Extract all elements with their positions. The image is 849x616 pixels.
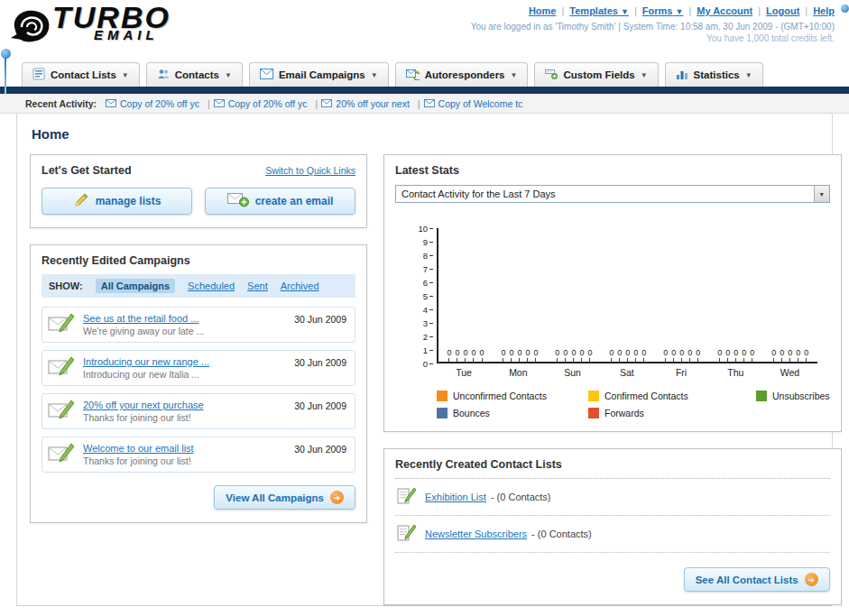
contacts-icon bbox=[157, 68, 170, 82]
tab-contact-lists[interactable]: Contact Lists ▼ bbox=[22, 62, 140, 87]
chart-value: 0 bbox=[688, 348, 692, 362]
link-forms[interactable]: Forms ▼ bbox=[629, 5, 683, 16]
chart-value-labels: 00000000000000000000000000000000000 bbox=[438, 348, 817, 362]
campaign-row[interactable]: See us at the retail food ... We're givi… bbox=[42, 307, 355, 343]
chart-value: 0 bbox=[796, 348, 800, 362]
list-edit-icon bbox=[397, 523, 417, 545]
recent-activity-item[interactable]: Copy of 20% off yc bbox=[106, 98, 210, 109]
campaign-row[interactable]: 20% off your next purchase Thanks for jo… bbox=[42, 393, 355, 429]
envelope-plus-icon bbox=[227, 192, 249, 210]
link-templates[interactable]: Templates ▼ bbox=[556, 5, 628, 16]
main-nav: Contact Lists ▼ Contacts ▼ Email Campaig… bbox=[0, 60, 849, 87]
legend-label: Confirmed Contacts bbox=[604, 391, 688, 401]
chart-value: 0 bbox=[509, 348, 513, 362]
chart-value-group: 00000 bbox=[493, 348, 547, 362]
envelope-icon bbox=[106, 98, 116, 109]
legend-swatch-icon bbox=[437, 408, 448, 418]
campaign-edit-icon bbox=[48, 313, 75, 336]
create-email-button[interactable]: create an email bbox=[205, 188, 355, 215]
get-started-title: Let's Get Started bbox=[42, 164, 132, 177]
campaign-row[interactable]: Introducing our new range ... Introducin… bbox=[42, 350, 355, 386]
campaign-date: 30 Jun 2009 bbox=[294, 400, 346, 411]
tab-email-campaigns[interactable]: Email Campaigns ▼ bbox=[249, 62, 389, 87]
link-help[interactable]: Help bbox=[799, 5, 835, 16]
recently-created-contact-lists-panel: Recently Created Contact Lists Exhibitio… bbox=[383, 448, 842, 605]
y-tick-label: 7 bbox=[423, 264, 433, 274]
filter-all-campaigns[interactable]: All Campaigns bbox=[96, 279, 175, 293]
contact-list-link[interactable]: Newsletter Subscribers bbox=[425, 529, 527, 539]
chart-value: 0 bbox=[609, 348, 614, 362]
tab-label: Contact Lists bbox=[51, 69, 116, 80]
autoresponders-icon bbox=[406, 69, 420, 82]
tab-contacts[interactable]: Contacts ▼ bbox=[146, 62, 243, 87]
see-all-contact-lists-button[interactable]: See All Contact Lists ➜ bbox=[684, 567, 830, 592]
chart-value: 0 bbox=[780, 348, 784, 362]
create-email-label: create an email bbox=[255, 195, 334, 207]
custom-fields-icon bbox=[545, 68, 558, 82]
header: TURBO EMAIL HomeTemplates ▼Forms ▼My Acc… bbox=[0, 0, 849, 60]
filter-scheduled[interactable]: Scheduled bbox=[188, 280, 235, 291]
stats-period-select[interactable]: Contact Activity for the Last 7 Days ▼ bbox=[395, 185, 830, 203]
y-tick-label: 3 bbox=[423, 318, 433, 328]
contact-list-item[interactable]: Newsletter Subscribers - (0 Contacts) bbox=[395, 516, 830, 553]
chart-value: 0 bbox=[525, 348, 530, 362]
chart-value-group: 00000 bbox=[601, 348, 655, 362]
chart-value: 0 bbox=[471, 348, 475, 362]
campaign-subtitle: Introducing our new Italia ... bbox=[83, 369, 209, 380]
campaign-title-link[interactable]: See us at the retail food ... bbox=[83, 313, 204, 324]
envelope-icon bbox=[214, 98, 225, 109]
legend-unsubscribes: Unsubscribes bbox=[756, 391, 830, 401]
manage-lists-button[interactable]: manage lists bbox=[42, 188, 192, 215]
link-my-account[interactable]: My Account bbox=[683, 5, 752, 16]
stats-period-value: Contact Activity for the Last 7 Days bbox=[396, 188, 556, 199]
switch-quick-links-link[interactable]: Switch to Quick Links bbox=[265, 165, 355, 176]
campaign-title-link[interactable]: Welcome to our email list bbox=[83, 443, 194, 454]
header-right: HomeTemplates ▼Forms ▼My AccountLogoutHe… bbox=[471, 5, 835, 43]
campaign-subtitle: Thanks for joining our list! bbox=[83, 455, 194, 466]
link-home[interactable]: Home bbox=[529, 5, 557, 16]
filter-sent[interactable]: Sent bbox=[247, 280, 268, 291]
tab-statistics[interactable]: Statistics ▼ bbox=[665, 62, 763, 87]
envelope-icon bbox=[424, 98, 435, 109]
chevron-down-icon: ▼ bbox=[641, 71, 648, 79]
recent-activity-item[interactable]: 20% off your next bbox=[321, 98, 420, 109]
chart-value: 0 bbox=[463, 348, 467, 362]
campaign-title-link[interactable]: Introducing our new range ... bbox=[83, 356, 209, 367]
chart-value-group: 00000 bbox=[709, 348, 763, 362]
campaign-title-link[interactable]: 20% off your next purchase bbox=[83, 400, 204, 410]
recent-activity-label: Recent Activity: bbox=[25, 98, 97, 109]
chevron-down-icon: ▼ bbox=[371, 71, 378, 79]
chart-value: 0 bbox=[633, 348, 638, 362]
turbo-swirl-icon bbox=[9, 7, 58, 49]
chart-legend: Unconfirmed ContactsConfirmed ContactsUn… bbox=[437, 391, 830, 418]
campaign-edit-icon bbox=[48, 356, 75, 380]
tab-label: Autoresponders bbox=[425, 69, 505, 80]
legend-swatch-icon bbox=[588, 408, 599, 418]
chart-value: 0 bbox=[533, 348, 538, 362]
recent-activity-item[interactable]: Copy of 20% off yc bbox=[214, 98, 318, 109]
legend-label: Forwards bbox=[604, 408, 644, 418]
top-links: HomeTemplates ▼Forms ▼My AccountLogoutHe… bbox=[471, 5, 835, 16]
manage-lists-label: manage lists bbox=[96, 195, 161, 207]
filter-archived[interactable]: Archived bbox=[281, 280, 319, 291]
y-tick-label: 8 bbox=[423, 251, 433, 261]
link-logout[interactable]: Logout bbox=[752, 5, 799, 16]
campaign-row[interactable]: Welcome to our email list Thanks for joi… bbox=[42, 437, 355, 473]
x-tick-label: Fri bbox=[654, 367, 708, 378]
view-all-campaigns-button[interactable]: View All Campaigns ➜ bbox=[214, 485, 355, 510]
chart-value: 0 bbox=[587, 348, 592, 362]
contact-list-item[interactable]: Exhibition List - (0 Contacts) bbox=[395, 479, 830, 516]
tab-autoresponders[interactable]: Autoresponders ▼ bbox=[395, 62, 529, 87]
chart-value: 0 bbox=[579, 348, 584, 362]
campaign-subtitle: We're giving away our late ... bbox=[83, 326, 204, 336]
y-tick-label: 6 bbox=[423, 278, 433, 288]
recent-activity-item[interactable]: Copy of Welcome tc bbox=[424, 98, 523, 109]
chart-value-group: 00000 bbox=[547, 348, 601, 362]
legend-swatch-icon bbox=[437, 391, 448, 401]
chart-value: 0 bbox=[671, 348, 676, 362]
statistics-icon bbox=[676, 69, 688, 82]
contact-list-link[interactable]: Exhibition List bbox=[425, 492, 486, 502]
campaign-list: See us at the retail food ... We're givi… bbox=[42, 307, 355, 473]
tab-custom-fields[interactable]: Custom Fields ▼ bbox=[534, 62, 658, 87]
chart-value: 0 bbox=[625, 348, 630, 362]
